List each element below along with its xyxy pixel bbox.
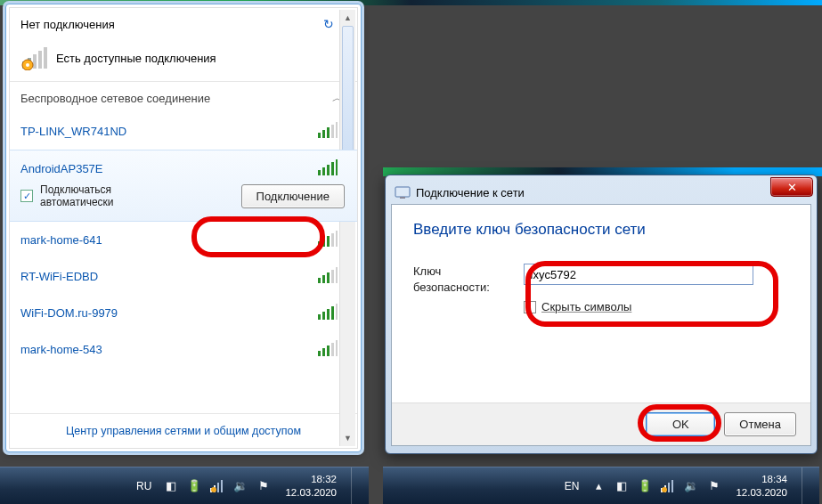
tray-app-icon[interactable]: ◧ bbox=[164, 479, 178, 493]
svg-rect-16 bbox=[336, 159, 338, 175]
security-key-input[interactable] bbox=[524, 264, 753, 285]
hide-characters-checkbox[interactable]: Скрыть символы bbox=[524, 300, 789, 313]
svg-rect-28 bbox=[322, 312, 325, 320]
clock-date: 12.03.2020 bbox=[736, 486, 787, 499]
svg-rect-2 bbox=[33, 54, 37, 69]
svg-rect-42 bbox=[221, 480, 223, 492]
language-indicator[interactable]: RU bbox=[136, 480, 151, 492]
taskbar-left[interactable]: RU ◧ 🔋 🔉 ⚑ 18:32 12.03.2020 bbox=[0, 467, 369, 504]
hide-characters-label: Скрыть символы bbox=[541, 300, 631, 313]
svg-rect-21 bbox=[336, 231, 338, 247]
network-tray-icon[interactable] bbox=[661, 479, 675, 493]
svg-rect-20 bbox=[331, 233, 334, 247]
wireless-section-header[interactable]: Беспроводное сетевое соединение ︿ bbox=[10, 82, 357, 113]
scroll-up-icon[interactable]: ▲ bbox=[340, 10, 355, 26]
connect-button[interactable]: Подключение bbox=[241, 184, 345, 208]
svg-rect-41 bbox=[217, 483, 219, 492]
svg-rect-19 bbox=[327, 236, 330, 247]
svg-rect-26 bbox=[336, 267, 338, 283]
dialog-heading: Введите ключ безопасности сети bbox=[413, 221, 789, 239]
svg-rect-38 bbox=[400, 197, 405, 199]
battery-icon[interactable]: 🔋 bbox=[638, 479, 652, 493]
close-button[interactable]: ✕ bbox=[770, 177, 813, 197]
wifi-networks-popup: ▲ ▼ Нет подключения ↻ Есть bbox=[5, 4, 362, 452]
network-item[interactable]: RT-WiFi-EDBD bbox=[10, 258, 357, 295]
svg-point-43 bbox=[211, 487, 216, 492]
svg-rect-3 bbox=[38, 51, 42, 69]
available-connections-label: Есть доступные подключения bbox=[56, 52, 216, 65]
no-connection-label: Нет подключения bbox=[20, 18, 115, 31]
taskbar-right[interactable]: EN ▴ ◧ 🔋 🔉 ⚑ 18:34 12.03.2020 bbox=[383, 467, 819, 504]
action-center-icon[interactable]: ⚑ bbox=[707, 479, 721, 493]
svg-point-6 bbox=[26, 63, 29, 67]
network-tray-icon[interactable] bbox=[210, 479, 224, 493]
cancel-button[interactable]: Отмена bbox=[724, 412, 796, 436]
signal-icon bbox=[318, 231, 338, 249]
svg-rect-25 bbox=[331, 270, 334, 283]
volume-icon[interactable]: 🔉 bbox=[684, 479, 698, 493]
svg-rect-14 bbox=[327, 165, 330, 175]
ok-button[interactable]: OK bbox=[646, 412, 715, 436]
svg-rect-47 bbox=[671, 480, 673, 492]
network-ssid: TP-LINK_WR741ND bbox=[20, 125, 126, 138]
auto-connect-label: Подключаться автоматически bbox=[40, 183, 138, 208]
signal-icon bbox=[318, 340, 338, 359]
svg-rect-22 bbox=[318, 278, 321, 283]
network-ssid: AndroidAP357E bbox=[20, 162, 103, 175]
scroll-down-icon[interactable]: ▼ bbox=[340, 430, 355, 446]
signal-icon bbox=[318, 304, 338, 322]
clock[interactable]: 18:32 12.03.2020 bbox=[285, 473, 337, 499]
action-center-icon[interactable]: ⚑ bbox=[256, 479, 271, 493]
clock[interactable]: 18:34 12.03.2020 bbox=[736, 473, 787, 499]
connect-to-network-dialog: Подключение к сети ✕ Введите ключ безопа… bbox=[385, 175, 818, 454]
volume-icon[interactable]: 🔉 bbox=[233, 479, 248, 493]
show-desktop-button[interactable] bbox=[802, 467, 812, 505]
svg-rect-12 bbox=[318, 170, 321, 175]
network-center-link-label: Центр управления сетями и общим доступом bbox=[66, 425, 301, 437]
svg-rect-35 bbox=[331, 343, 334, 356]
dialog-footer: OK Отмена bbox=[392, 402, 810, 445]
svg-rect-17 bbox=[318, 241, 321, 247]
svg-rect-36 bbox=[336, 340, 338, 356]
network-item[interactable]: mark-home-543 bbox=[10, 331, 357, 368]
svg-rect-34 bbox=[327, 345, 330, 356]
network-item-selected[interactable]: AndroidAP357E bbox=[10, 150, 357, 180]
signal-icon bbox=[318, 267, 338, 286]
battery-icon[interactable]: 🔋 bbox=[187, 479, 201, 493]
system-tray: RU ◧ 🔋 🔉 ⚑ 18:32 12.03.2020 bbox=[136, 467, 362, 505]
network-list: TP-LINK_WR741ND AndroidAP357E Подключать… bbox=[10, 113, 357, 413]
network-center-link[interactable]: Центр управления сетями и общим доступом bbox=[10, 413, 357, 448]
network-item[interactable]: mark-home-641 bbox=[10, 222, 357, 258]
svg-rect-32 bbox=[318, 351, 321, 356]
wireless-section-title: Беспроводное сетевое соединение bbox=[20, 92, 210, 105]
tray-app-icon[interactable]: ◧ bbox=[614, 479, 629, 493]
network-item[interactable]: TP-LINK_WR741ND bbox=[10, 113, 357, 150]
svg-rect-27 bbox=[318, 314, 321, 320]
svg-rect-9 bbox=[327, 127, 330, 138]
svg-rect-33 bbox=[322, 348, 325, 356]
svg-rect-4 bbox=[44, 47, 47, 69]
network-item[interactable]: WiFi-DOM.ru-9979 bbox=[10, 295, 357, 331]
language-indicator[interactable]: EN bbox=[565, 480, 580, 492]
svg-rect-31 bbox=[336, 304, 338, 320]
selected-network-block: AndroidAP357E Подключаться автоматически… bbox=[10, 150, 357, 222]
svg-rect-18 bbox=[322, 239, 325, 247]
network-ssid: WiFi-DOM.ru-9979 bbox=[20, 306, 118, 320]
checkbox-unchecked-icon bbox=[524, 301, 536, 313]
svg-rect-37 bbox=[395, 187, 410, 197]
svg-rect-23 bbox=[322, 275, 325, 283]
show-desktop-button[interactable] bbox=[351, 467, 362, 505]
svg-rect-7 bbox=[318, 133, 321, 138]
svg-rect-10 bbox=[331, 125, 334, 138]
svg-rect-46 bbox=[668, 483, 670, 492]
clock-time: 18:34 bbox=[736, 473, 787, 485]
auto-connect-checkbox[interactable]: Подключаться автоматически bbox=[20, 183, 138, 208]
network-ssid: mark-home-543 bbox=[20, 343, 102, 356]
tray-chevron-icon[interactable]: ▴ bbox=[591, 479, 606, 493]
network-dialog-icon bbox=[395, 184, 411, 200]
network-ssid: RT-WiFi-EDBD bbox=[20, 270, 98, 283]
network-ssid: mark-home-641 bbox=[20, 233, 102, 247]
system-tray: EN ▴ ◧ 🔋 🔉 ⚑ 18:34 12.03.2020 bbox=[565, 467, 812, 505]
dialog-titlebar[interactable]: Подключение к сети ✕ bbox=[391, 181, 811, 204]
signal-warning-icon bbox=[20, 45, 49, 70]
